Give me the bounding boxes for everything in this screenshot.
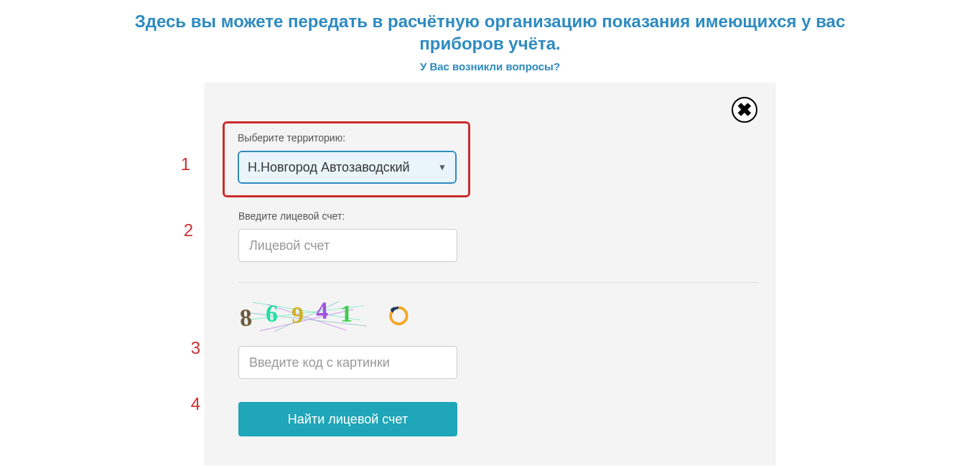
- submit-button[interactable]: Найти лицевой счет: [238, 402, 457, 436]
- captcha-digit: 1: [340, 300, 353, 327]
- captcha-digit: 9: [291, 301, 304, 329]
- step-marker-3: 3: [186, 338, 200, 358]
- form-panel: ✖ 1 2 3 4 Выберите территорию: Н.Новгоро…: [205, 83, 775, 465]
- account-label: Введите лицевой счет:: [238, 210, 757, 222]
- territory-select[interactable]: Н.Новгород Автозаводский: [238, 151, 457, 184]
- step-marker-2: 2: [179, 220, 193, 240]
- refresh-icon[interactable]: [388, 305, 409, 327]
- step-marker-4: 4: [186, 394, 200, 414]
- captcha-input[interactable]: [238, 346, 457, 379]
- help-link[interactable]: У Вас возникли вопросы?: [0, 60, 980, 72]
- divider: [238, 282, 757, 283]
- step-marker-1: 1: [176, 154, 190, 174]
- close-button[interactable]: ✖: [732, 97, 757, 123]
- territory-highlight: Выберите территорию: Н.Новгород Автозаво…: [223, 121, 470, 197]
- captcha-digit: 4: [315, 297, 328, 325]
- captcha-digit: 8: [239, 304, 253, 332]
- territory-label: Выберите территорию:: [238, 132, 455, 144]
- captcha-digit: 6: [265, 300, 279, 328]
- captcha-image: 8 6 9 4 1: [238, 299, 368, 333]
- close-icon: ✖: [737, 100, 752, 119]
- account-input[interactable]: [238, 229, 457, 262]
- page-title: Здесь вы можете передать в расчётную орг…: [95, 10, 885, 55]
